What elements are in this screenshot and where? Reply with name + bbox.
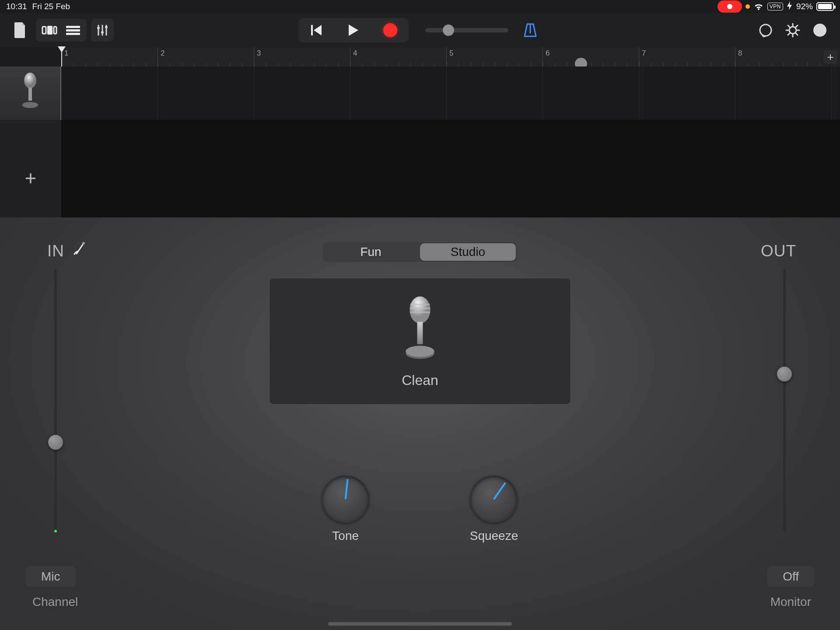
channel-label: Channel (32, 595, 78, 609)
ruler-bar[interactable]: 5 (446, 47, 542, 66)
empty-tracks-area (61, 120, 840, 217)
battery-percent: 92% (796, 2, 813, 11)
microphone-icon (398, 294, 442, 364)
tracks-area: + (0, 66, 840, 217)
output-level-slider[interactable] (783, 269, 786, 532)
track-controls-button[interactable] (91, 19, 114, 42)
input-meter-indicator (54, 530, 57, 532)
status-time: 10:31 (6, 2, 27, 11)
ruler-bar[interactable]: 8 (735, 47, 831, 66)
charging-icon (787, 1, 793, 12)
tracks-view-button[interactable] (61, 21, 85, 40)
segment-studio[interactable]: Studio (420, 243, 516, 261)
play-button[interactable] (335, 18, 372, 42)
status-date: Fri 25 Feb (32, 2, 70, 11)
ruler-bar[interactable]: 2 (158, 47, 254, 66)
ruler-bar[interactable]: 1 (61, 47, 158, 66)
svg-rect-2 (54, 27, 56, 34)
master-volume-slider[interactable] (425, 28, 508, 32)
track-row[interactable] (0, 66, 840, 120)
svg-point-10 (760, 24, 771, 36)
svg-rect-9 (311, 25, 313, 35)
ruler-bar-label: 5 (449, 49, 453, 58)
add-section-button[interactable]: + (823, 50, 837, 64)
timeline: 12345678 + + (0, 47, 840, 217)
record-icon (383, 23, 397, 37)
ruler-bar[interactable]: 6 (542, 47, 639, 66)
preset-category-segmented[interactable]: Fun Studio (323, 242, 517, 262)
orientation-lock-icon (746, 4, 750, 9)
ruler-bar-label: 2 (161, 49, 164, 58)
monitor-button[interactable]: Off (767, 566, 815, 587)
ruler-bar-label: 3 (257, 49, 261, 58)
track-header[interactable] (0, 66, 61, 120)
ruler-bar[interactable]: 4 (350, 47, 446, 66)
segment-fun[interactable]: Fun (323, 242, 419, 262)
vpn-badge: VPN (767, 3, 783, 10)
plus-icon: + (25, 166, 37, 190)
svg-point-7 (101, 31, 104, 34)
svg-rect-21 (410, 312, 430, 313)
output-level-knob[interactable] (777, 367, 792, 382)
ruler-bar-label: 8 (738, 49, 742, 58)
svg-rect-19 (410, 303, 430, 305)
ruler-bar[interactable]: 7 (639, 47, 735, 66)
microphone-icon (19, 73, 42, 114)
tone-knob[interactable]: Tone (322, 476, 369, 543)
my-songs-button[interactable] (9, 19, 32, 42)
transport-controls (298, 18, 409, 42)
svg-rect-1 (47, 26, 52, 35)
ruler-bar-label: 7 (642, 49, 646, 58)
svg-point-14 (24, 73, 36, 88)
svg-point-16 (22, 102, 38, 108)
monitor-label: Monitor (770, 595, 811, 609)
tone-label: Tone (332, 529, 359, 543)
go-to-beginning-button[interactable] (298, 18, 335, 42)
status-bar: 10:31 Fri 25 Feb VPN 92% (0, 0, 840, 13)
svg-rect-15 (28, 88, 32, 101)
home-indicator[interactable] (328, 622, 512, 626)
browser-view-button[interactable] (38, 21, 61, 40)
loop-browser-button[interactable] (754, 19, 777, 42)
svg-rect-4 (66, 29, 80, 32)
svg-rect-5 (66, 33, 80, 35)
ruler-bar-label: 6 (546, 49, 550, 58)
battery-icon (816, 2, 834, 11)
output-label: OUT (761, 242, 796, 260)
svg-rect-0 (42, 27, 46, 34)
input-level-slider[interactable] (54, 269, 57, 532)
preset-name: Clean (402, 372, 438, 388)
help-button[interactable]: ? (808, 19, 831, 42)
squeeze-label: Squeeze (470, 529, 518, 543)
record-button[interactable] (372, 18, 409, 42)
ruler[interactable]: 12345678 (61, 47, 840, 66)
metronome-button[interactable] (519, 19, 542, 42)
svg-rect-3 (66, 26, 80, 28)
toolbar: ? (0, 13, 840, 47)
svg-text:?: ? (817, 24, 822, 35)
channel-button[interactable]: Mic (25, 566, 76, 587)
svg-point-8 (105, 26, 108, 28)
ruler-bar[interactable]: 3 (254, 47, 350, 66)
svg-rect-22 (417, 322, 423, 344)
svg-point-24 (406, 346, 434, 357)
svg-point-17 (82, 242, 85, 245)
settings-button[interactable] (781, 19, 804, 42)
svg-point-11 (789, 27, 796, 34)
noise-gate-button[interactable] (70, 240, 88, 259)
input-label: IN (47, 242, 64, 260)
svg-point-6 (97, 27, 100, 29)
preset-card[interactable]: Clean (269, 278, 571, 405)
ruler-bar-label: 4 (353, 49, 357, 58)
svg-rect-20 (410, 308, 430, 309)
squeeze-knob[interactable]: Squeeze (470, 476, 518, 543)
screen-recording-indicator[interactable] (718, 0, 742, 13)
knob-row: Tone Squeeze (322, 476, 518, 543)
input-level-knob[interactable] (48, 435, 63, 450)
wifi-icon (753, 3, 764, 10)
track-lane[interactable] (61, 66, 840, 120)
instrument-panel: IN OUT Fun Studio (0, 217, 840, 630)
master-volume-knob[interactable] (443, 24, 454, 36)
svg-point-18 (410, 296, 430, 323)
view-segmented-control[interactable] (36, 19, 87, 42)
